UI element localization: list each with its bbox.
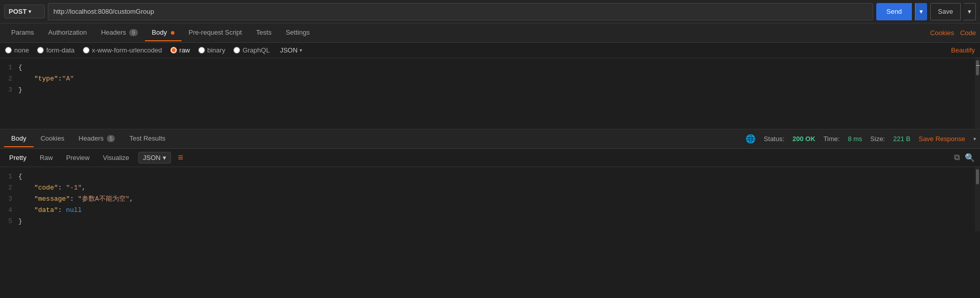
save-response-button[interactable]: Save Response: [918, 135, 965, 143]
resp-format-preview[interactable]: Preview: [62, 152, 94, 163]
radio-none[interactable]: none: [5, 46, 29, 54]
resp-tab-testresults[interactable]: Test Results: [122, 130, 172, 147]
req-line-1: 1 {: [0, 62, 980, 73]
resp-format-pretty[interactable]: Pretty: [5, 152, 31, 163]
body-type-bar: none form-data x-www-form-urlencoded raw…: [0, 43, 980, 58]
url-input[interactable]: [48, 3, 873, 20]
time-value: 8 ms: [848, 135, 862, 143]
resp-scroll-thumb: [976, 169, 979, 184]
tab-tests[interactable]: Tests: [249, 24, 279, 41]
method-dropdown[interactable]: POST ▾: [4, 5, 45, 18]
radio-raw[interactable]: raw: [170, 46, 190, 54]
response-format-bar: Pretty Raw Preview Visualize JSON ▾ ≡ ⧉ …: [0, 149, 980, 167]
resp-line-1: 1 {: [0, 171, 980, 182]
size-label: Size:: [870, 135, 885, 143]
request-editor[interactable]: 1 { 2 "type":"A" 3 } —: [0, 58, 980, 129]
json-format-selector[interactable]: JSON ▾: [280, 46, 302, 54]
wrap-icon[interactable]: ≡: [178, 152, 184, 163]
status-label: Status:: [764, 135, 784, 143]
body-dot: [171, 31, 174, 35]
resp-json-dropdown[interactable]: JSON ▾: [138, 152, 171, 164]
cookies-link[interactable]: Cookies: [930, 29, 954, 37]
json-format-label: JSON: [280, 46, 298, 54]
request-tabs: Params Authorization Headers 9 Body Pre-…: [0, 23, 980, 43]
resp-line-3: 3 "message": "参数A不能为空",: [0, 194, 980, 205]
resp-tab-headers[interactable]: Headers 5: [72, 130, 123, 147]
top-right-links: Cookies Code: [930, 29, 976, 37]
tab-body[interactable]: Body: [145, 24, 182, 41]
beautify-button[interactable]: Beautify: [951, 46, 975, 54]
tab-params[interactable]: Params: [4, 24, 41, 41]
resp-format-right: ⧉ 🔍: [954, 153, 975, 162]
response-status-area: 🌐 Status: 200 OK Time: 8 ms Size: 221 B …: [746, 134, 976, 144]
method-label: POST: [9, 8, 26, 15]
resp-json-label: JSON: [143, 154, 161, 161]
send-button[interactable]: Send: [876, 3, 912, 20]
radio-urlencoded[interactable]: x-www-form-urlencoded: [83, 46, 162, 54]
tab-settings[interactable]: Settings: [279, 24, 317, 41]
search-icon[interactable]: 🔍: [965, 153, 975, 162]
tab-prerequest[interactable]: Pre-request Script: [182, 24, 249, 41]
resp-json-chevron: ▾: [163, 154, 166, 161]
resp-tab-body[interactable]: Body: [4, 130, 34, 147]
save-button[interactable]: Save: [930, 3, 961, 20]
chevron-down-icon: ▾: [28, 9, 31, 14]
resp-headers-badge: 5: [107, 135, 115, 142]
response-editor[interactable]: 1 { 2 "code": "-1", 3 "message": "参数A不能为…: [0, 167, 980, 231]
top-bar: POST ▾ Send ▾ Save ▾: [0, 0, 980, 23]
resp-format-visualize[interactable]: Visualize: [99, 152, 133, 163]
response-tabs: Body Cookies Headers 5 Test Results 🌐 St…: [0, 129, 980, 149]
save-dropdown-button[interactable]: ▾: [964, 3, 976, 20]
radio-graphql[interactable]: GraphQL: [233, 46, 270, 54]
req-scrollbar[interactable]: —: [975, 58, 980, 129]
resp-line-4: 4 "data": null: [0, 205, 980, 216]
resp-line-2: 2 "code": "-1",: [0, 182, 980, 194]
time-label: Time:: [823, 135, 840, 143]
send-dropdown-button[interactable]: ▾: [915, 3, 927, 20]
headers-badge: 9: [129, 29, 137, 36]
tab-authorization[interactable]: Authorization: [41, 24, 94, 41]
status-value: 200 OK: [792, 135, 815, 143]
copy-icon[interactable]: ⧉: [954, 153, 960, 162]
radio-formdata[interactable]: form-data: [37, 46, 75, 54]
resp-scrollbar[interactable]: [975, 167, 980, 231]
req-line-3: 3 }: [0, 85, 980, 96]
req-line-2: 2 "type":"A": [0, 73, 980, 85]
resp-line-5: 5 }: [0, 216, 980, 227]
json-format-chevron: ▾: [300, 47, 302, 53]
resp-tab-cookies[interactable]: Cookies: [34, 130, 72, 147]
resp-format-raw[interactable]: Raw: [36, 152, 57, 163]
code-link[interactable]: Code: [960, 29, 976, 37]
save-response-chevron: ▾: [973, 136, 976, 142]
globe-icon: 🌐: [746, 134, 756, 144]
req-scroll-thumb: —: [976, 60, 979, 75]
radio-binary[interactable]: binary: [198, 46, 225, 54]
size-value: 221 B: [893, 135, 910, 143]
tab-headers[interactable]: Headers 9: [94, 24, 145, 41]
